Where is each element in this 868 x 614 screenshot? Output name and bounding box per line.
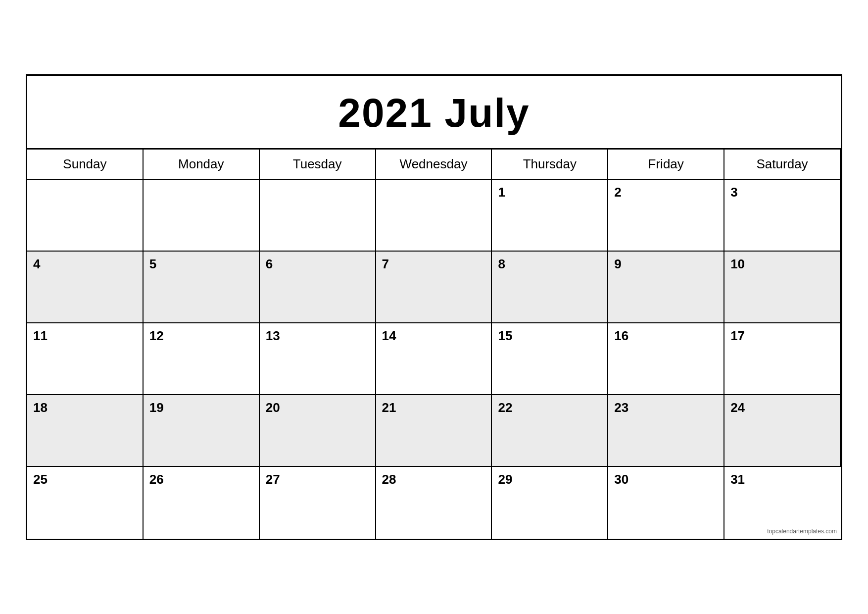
day-cell[interactable]: 21 bbox=[376, 395, 492, 467]
day-cell[interactable]: 10 bbox=[724, 252, 841, 323]
day-cell[interactable] bbox=[27, 180, 144, 252]
day-header-monday: Monday bbox=[144, 150, 260, 180]
date-number: 8 bbox=[498, 256, 601, 272]
date-number: 4 bbox=[33, 256, 137, 272]
day-cell[interactable]: 25 bbox=[27, 467, 144, 539]
date-number: 30 bbox=[614, 472, 718, 487]
date-number: 7 bbox=[382, 256, 485, 272]
day-cell[interactable]: 3 bbox=[724, 180, 841, 252]
day-header-tuesday: Tuesday bbox=[260, 150, 376, 180]
day-cell[interactable]: 15 bbox=[492, 323, 608, 395]
calendar-header: 2021 July bbox=[27, 76, 841, 150]
day-cell[interactable] bbox=[376, 180, 492, 252]
day-cell[interactable]: 11 bbox=[27, 323, 144, 395]
day-cell[interactable]: 7 bbox=[376, 252, 492, 323]
day-cell[interactable] bbox=[144, 180, 260, 252]
date-number: 18 bbox=[33, 400, 137, 415]
day-cell[interactable]: 8 bbox=[492, 252, 608, 323]
day-header-friday: Friday bbox=[608, 150, 724, 180]
date-number: 25 bbox=[33, 472, 137, 487]
date-number: 26 bbox=[149, 472, 253, 487]
date-number: 13 bbox=[266, 328, 369, 344]
day-header-wednesday: Wednesday bbox=[376, 150, 492, 180]
date-number: 5 bbox=[149, 256, 253, 272]
date-number: 1 bbox=[498, 185, 601, 200]
day-cell[interactable]: 2 bbox=[608, 180, 724, 252]
day-cell[interactable]: 26 bbox=[144, 467, 260, 539]
day-header-saturday: Saturday bbox=[724, 150, 841, 180]
day-cell[interactable]: 28 bbox=[376, 467, 492, 539]
date-number: 3 bbox=[730, 185, 834, 200]
date-number: 14 bbox=[382, 328, 485, 344]
date-number: 29 bbox=[498, 472, 601, 487]
day-cell[interactable]: 14 bbox=[376, 323, 492, 395]
date-number: 16 bbox=[614, 328, 718, 344]
date-number: 6 bbox=[266, 256, 369, 272]
day-cell[interactable]: 19 bbox=[144, 395, 260, 467]
day-cell[interactable]: 9 bbox=[608, 252, 724, 323]
date-number: 28 bbox=[382, 472, 485, 487]
day-cell[interactable]: 18 bbox=[27, 395, 144, 467]
day-cell[interactable]: 20 bbox=[260, 395, 376, 467]
date-number: 27 bbox=[266, 472, 369, 487]
date-number: 17 bbox=[730, 328, 834, 344]
day-cell[interactable]: 23 bbox=[608, 395, 724, 467]
day-cell[interactable]: 13 bbox=[260, 323, 376, 395]
day-header-thursday: Thursday bbox=[492, 150, 608, 180]
day-cell[interactable]: 1 bbox=[492, 180, 608, 252]
day-cell[interactable]: 22 bbox=[492, 395, 608, 467]
date-number: 22 bbox=[498, 400, 601, 415]
calendar: 2021 July SundayMondayTuesdayWednesdayTh… bbox=[26, 74, 842, 540]
watermark: topcalendartemplates.com bbox=[767, 528, 837, 535]
day-cell[interactable]: 29 bbox=[492, 467, 608, 539]
calendar-title: 2021 July bbox=[338, 90, 530, 135]
date-number: 2 bbox=[614, 185, 718, 200]
date-number: 15 bbox=[498, 328, 601, 344]
day-cell[interactable] bbox=[260, 180, 376, 252]
date-number: 23 bbox=[614, 400, 718, 415]
day-cell[interactable]: 17 bbox=[724, 323, 841, 395]
date-number: 9 bbox=[614, 256, 718, 272]
day-cell[interactable]: 31topcalendartemplates.com bbox=[724, 467, 841, 539]
date-number: 10 bbox=[730, 256, 834, 272]
date-number: 20 bbox=[266, 400, 369, 415]
day-cell[interactable]: 27 bbox=[260, 467, 376, 539]
day-cell[interactable]: 16 bbox=[608, 323, 724, 395]
date-number: 31 bbox=[730, 472, 835, 487]
day-cell[interactable]: 6 bbox=[260, 252, 376, 323]
day-cell[interactable]: 5 bbox=[144, 252, 260, 323]
date-number: 11 bbox=[33, 328, 137, 344]
date-number: 24 bbox=[730, 400, 834, 415]
day-cell[interactable]: 30 bbox=[608, 467, 724, 539]
day-cell[interactable]: 4 bbox=[27, 252, 144, 323]
day-cell[interactable]: 12 bbox=[144, 323, 260, 395]
calendar-grid: SundayMondayTuesdayWednesdayThursdayFrid… bbox=[27, 150, 841, 539]
date-number: 21 bbox=[382, 400, 485, 415]
date-number: 12 bbox=[149, 328, 253, 344]
day-cell[interactable]: 24 bbox=[724, 395, 841, 467]
day-header-sunday: Sunday bbox=[27, 150, 144, 180]
date-number: 19 bbox=[149, 400, 253, 415]
